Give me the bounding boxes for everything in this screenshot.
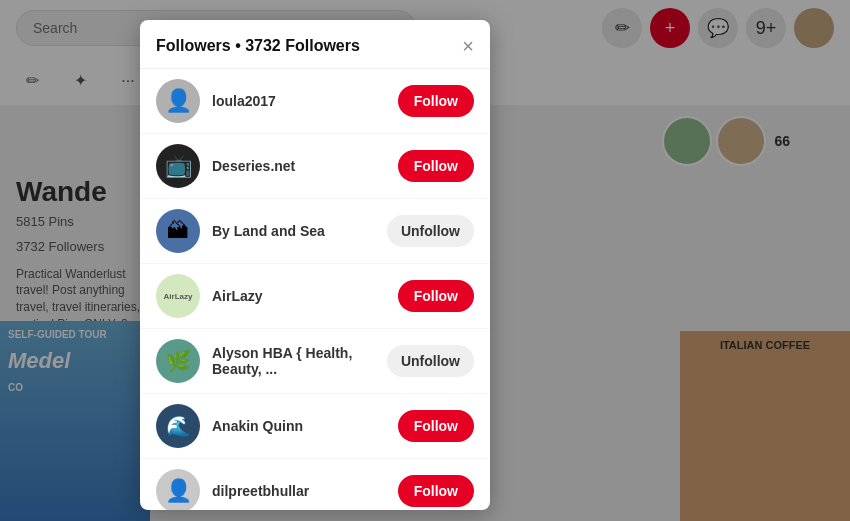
follow-button[interactable]: Follow bbox=[398, 150, 474, 182]
follower-row: AirLazyAirLazyFollow bbox=[140, 264, 490, 329]
follower-name: dilpreetbhullar bbox=[212, 483, 386, 499]
follow-button[interactable]: Follow bbox=[398, 475, 474, 507]
follower-name: Deseries.net bbox=[212, 158, 386, 174]
follower-name: By Land and Sea bbox=[212, 223, 375, 239]
unfollow-button[interactable]: Unfollow bbox=[387, 215, 474, 247]
follow-button[interactable]: Follow bbox=[398, 410, 474, 442]
modal-header: Followers • 3732 Followers × bbox=[140, 20, 490, 69]
followers-modal: Followers • 3732 Followers × 👤loula2017F… bbox=[140, 20, 490, 510]
follower-row: 🌿Alyson HBA { Health, Beauty, ...Unfollo… bbox=[140, 329, 490, 394]
follower-avatar: 👤 bbox=[156, 469, 200, 510]
follower-row: 📺Deseries.netFollow bbox=[140, 134, 490, 199]
modal-title: Followers • 3732 Followers bbox=[156, 37, 360, 55]
follower-name: Alyson HBA { Health, Beauty, ... bbox=[212, 345, 375, 377]
modal-body: 👤loula2017Follow📺Deseries.netFollow🏔By L… bbox=[140, 69, 490, 510]
modal-close-button[interactable]: × bbox=[462, 36, 474, 56]
follower-row: 🌊Anakin QuinnFollow bbox=[140, 394, 490, 459]
unfollow-button[interactable]: Unfollow bbox=[387, 345, 474, 377]
follower-avatar: 👤 bbox=[156, 79, 200, 123]
follower-avatar: AirLazy bbox=[156, 274, 200, 318]
follower-name: AirLazy bbox=[212, 288, 386, 304]
follower-avatar: 🌊 bbox=[156, 404, 200, 448]
follower-avatar: 📺 bbox=[156, 144, 200, 188]
follower-row: 👤loula2017Follow bbox=[140, 69, 490, 134]
follow-button[interactable]: Follow bbox=[398, 85, 474, 117]
follower-avatar: 🏔 bbox=[156, 209, 200, 253]
follow-button[interactable]: Follow bbox=[398, 280, 474, 312]
follower-avatar: 🌿 bbox=[156, 339, 200, 383]
follower-name: loula2017 bbox=[212, 93, 386, 109]
follower-row: 👤dilpreetbhullarFollow bbox=[140, 459, 490, 510]
follower-name: Anakin Quinn bbox=[212, 418, 386, 434]
follower-row: 🏔By Land and SeaUnfollow bbox=[140, 199, 490, 264]
